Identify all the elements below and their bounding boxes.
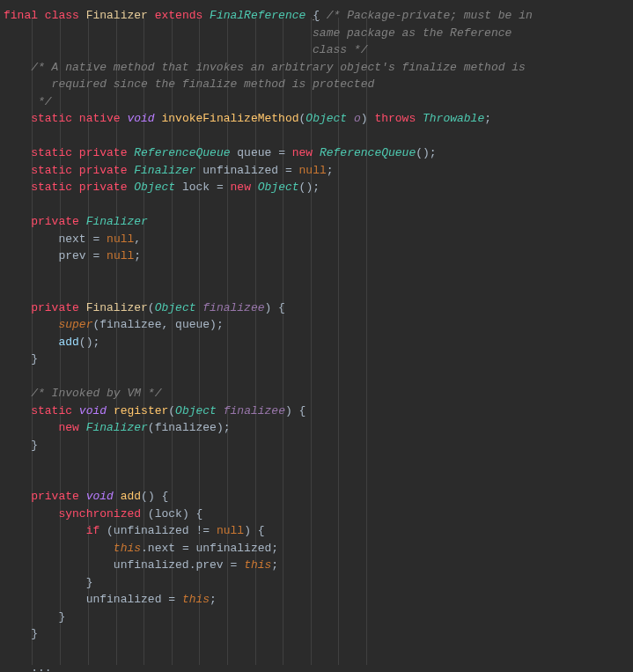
code-line: unfinalized = this;: [4, 591, 629, 609]
code-line: unfinalized.prev = this;: [4, 557, 629, 574]
code-line: synchronized (lock) {: [4, 506, 629, 523]
code-line: private Finalizer: [4, 213, 629, 231]
code-line: }: [4, 609, 629, 626]
code-line: class */: [4, 41, 629, 59]
code-line: same package as the Reference: [4, 25, 629, 42]
code-line: static private Object lock = new Object(…: [4, 179, 629, 196]
code-line: add();: [4, 334, 629, 351]
code-line: new Finalizer(finalizee);: [4, 419, 629, 437]
code-line: }: [4, 351, 629, 368]
code-line: static void register(Object finalizee) {: [4, 402, 629, 420]
code-line: this.next = unfinalized;: [4, 540, 629, 558]
code-line: ...: [4, 660, 629, 672]
code-line: required since the finalize method is pr…: [4, 76, 629, 93]
code-line: super(finalizee, queue);: [4, 316, 629, 334]
code-line: }: [4, 437, 629, 454]
code-line: if (unfinalized != null) {: [4, 522, 629, 540]
code-line: }: [4, 574, 629, 592]
code-line: private Finalizer(Object finalizee) {: [4, 299, 629, 317]
code-editor[interactable]: final class Finalizer extends FinalRefer…: [4, 7, 629, 672]
code-line: /* A native method that invokes an arbit…: [4, 59, 629, 77]
code-line: static native void invokeFinalizeMethod(…: [4, 110, 629, 128]
code-line: final class Finalizer extends FinalRefer…: [4, 7, 629, 25]
code-line: next = null,: [4, 231, 629, 248]
code-line: */: [4, 93, 629, 111]
code-line: /* Invoked by VM */: [4, 385, 629, 402]
code-line: private void add() {: [4, 488, 629, 506]
code-line: static private ReferenceQueue queue = ne…: [4, 144, 629, 162]
code-line: static private Finalizer unfinalized = n…: [4, 162, 629, 180]
code-line: prev = null;: [4, 247, 629, 265]
code-line: }: [4, 625, 629, 643]
